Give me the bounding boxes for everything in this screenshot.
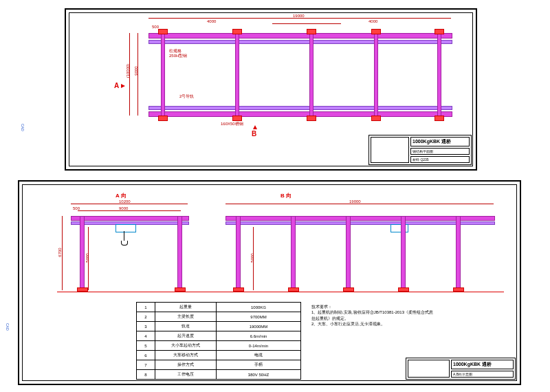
spec-num: 4 bbox=[137, 331, 155, 341]
spec-row: 4起升速度6.6m/min bbox=[137, 331, 301, 341]
spec-row: 1起重量1000KG bbox=[137, 303, 301, 312]
spec-row: 5大小车起动方式0-14m/min bbox=[137, 341, 301, 351]
dimline bbox=[78, 210, 181, 211]
arrow-icon bbox=[121, 84, 125, 88]
column bbox=[309, 33, 314, 117]
column-base bbox=[232, 29, 242, 34]
spec-num: 7 bbox=[137, 360, 155, 370]
spec-table: 1起重量1000KG2主梁长度9700MM3轨道19000MM4起升速度6.6m… bbox=[136, 302, 301, 380]
beam-steel-top bbox=[148, 40, 452, 44]
column-base bbox=[158, 116, 168, 121]
dimline bbox=[226, 204, 494, 204]
column-b bbox=[236, 216, 241, 289]
spec-num: 3 bbox=[137, 322, 155, 331]
label-channel-spec: 160X50槽钢 bbox=[221, 121, 243, 127]
dimline bbox=[272, 23, 341, 24]
label-steel-spec: 250H型钢 bbox=[169, 53, 187, 59]
section-mark-b: B bbox=[252, 130, 256, 138]
spec-value: 9700MM bbox=[217, 312, 301, 322]
beam-steel-bottom bbox=[148, 106, 452, 110]
spec-label: 轨道 bbox=[155, 322, 217, 331]
column-a1 bbox=[80, 216, 85, 289]
dim-5000: 5000 bbox=[85, 253, 89, 262]
spec-value: 0-14m/min bbox=[217, 341, 301, 351]
dim-6700: 6700 bbox=[58, 248, 62, 257]
note-line: 2、大车、小车行走应灵活,无卡滞现象。 bbox=[311, 321, 483, 327]
column-b bbox=[291, 216, 296, 289]
technical-notes: 技术要求： 1、起重机的制动,安装,验收应符合JB/T10381-2013《柔性… bbox=[311, 304, 483, 327]
spec-num: 1 bbox=[137, 303, 155, 312]
column-base bbox=[232, 116, 242, 121]
rail-b bbox=[226, 221, 495, 225]
hook-icon bbox=[121, 241, 128, 246]
spec-label: 工作电压 bbox=[155, 370, 217, 380]
column-b bbox=[401, 216, 406, 289]
title-block: 1000KgKBK 通桥 A,B向示意图 bbox=[406, 358, 516, 380]
spec-value: 6.6m/min bbox=[217, 331, 301, 341]
column-a2 bbox=[177, 216, 182, 289]
spec-row: 8工作电压380V 50HZ bbox=[137, 370, 301, 380]
spec-row: 6大车移动方式电缆 bbox=[137, 351, 301, 360]
column-base bbox=[307, 116, 316, 121]
ground-line bbox=[57, 292, 504, 292]
hoist-cable bbox=[124, 231, 124, 241]
spec-value: 1000KG bbox=[217, 303, 301, 312]
spec-label: 起重量 bbox=[155, 303, 217, 312]
dimline-v bbox=[62, 216, 63, 290]
dim-5000b: 5000 bbox=[250, 253, 254, 262]
label-rail-spec: 2号导轨 bbox=[179, 94, 194, 100]
spec-value: 380V 50HZ bbox=[217, 370, 301, 380]
spec-value: 电缆 bbox=[217, 351, 301, 360]
column-base bbox=[158, 29, 168, 34]
dim-span: 4000 bbox=[207, 19, 216, 23]
arrow-icon bbox=[253, 125, 257, 129]
dim-9000: 9000 bbox=[119, 206, 128, 210]
title-product: 1000KgKBK 通桥 bbox=[451, 360, 514, 369]
column-b bbox=[346, 216, 351, 289]
dim-500a: 500 bbox=[73, 206, 80, 210]
drawing-sheet-top: 19000 4000 4000 500 9000 (10000) A B 柱规格… bbox=[65, 8, 477, 171]
beam-a bbox=[71, 216, 189, 221]
column bbox=[374, 33, 378, 117]
spec-row: 7操作方式手柄 bbox=[137, 360, 301, 370]
cad-watermark: CAD bbox=[6, 323, 10, 331]
rail-top bbox=[148, 33, 452, 39]
spec-num: 8 bbox=[137, 370, 155, 380]
spec-row: 3轨道19000MM bbox=[137, 322, 301, 331]
column-base bbox=[371, 29, 381, 34]
dimline bbox=[71, 204, 188, 204]
cad-watermark: CAD bbox=[21, 124, 25, 131]
title-block: 1000KgKBK 通桥 钢结构平面图 材料 Q235 bbox=[368, 135, 472, 165]
section-label-b: B 向 bbox=[280, 192, 292, 199]
column-base bbox=[371, 116, 381, 121]
column-base bbox=[307, 29, 316, 34]
title-sub: A,B向示意图 bbox=[451, 371, 514, 378]
spec-value: 手柄 bbox=[217, 360, 301, 370]
drawing-sheet-bottom: A 向 B 向 10200 9000 500 6700 5000 19000 5… bbox=[18, 180, 521, 385]
rail-bottom bbox=[148, 111, 452, 117]
notes-title: 技术要求： bbox=[311, 304, 483, 309]
dim-19000b: 19000 bbox=[349, 199, 361, 204]
spec-row: 2主梁长度9700MM bbox=[137, 312, 301, 322]
column bbox=[437, 33, 441, 117]
spec-label: 大小车起动方式 bbox=[155, 341, 217, 351]
spec-label: 大车移动方式 bbox=[155, 351, 217, 360]
spec-label: 操作方式 bbox=[155, 360, 217, 370]
column-b bbox=[456, 216, 461, 289]
dim-span2: 4000 bbox=[368, 19, 377, 23]
column-base bbox=[434, 116, 444, 121]
section-mark-a: A bbox=[114, 82, 119, 89]
hoist-icon bbox=[116, 224, 136, 232]
title-material: 材料 Q235 bbox=[410, 156, 470, 163]
column-base bbox=[434, 29, 444, 34]
title-sub: 钢结构平面图 bbox=[410, 148, 470, 155]
spec-label: 起升速度 bbox=[155, 331, 217, 341]
dim-10200: 10200 bbox=[119, 199, 131, 204]
spec-label: 主梁长度 bbox=[155, 312, 217, 322]
spec-num: 2 bbox=[137, 312, 155, 322]
dimline bbox=[148, 18, 451, 19]
spec-num: 5 bbox=[137, 341, 155, 351]
dim-total-length: 19000 bbox=[293, 14, 305, 18]
section-label-a: A 向 bbox=[116, 192, 126, 199]
dim-width2: (10000) bbox=[126, 64, 130, 78]
